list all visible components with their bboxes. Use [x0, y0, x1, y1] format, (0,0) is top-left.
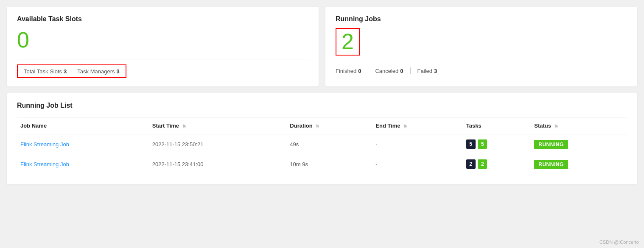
cell-duration: 10m 9s — [286, 154, 372, 174]
divider — [17, 59, 308, 59]
failed-label: Failed — [417, 68, 432, 74]
cell-job-name[interactable]: Flink Streaming Job — [17, 134, 149, 154]
table-header-row: Job Name Start Time ⇅ Duration ⇅ End Tim… — [17, 117, 627, 134]
cell-start-time: 2022-11-15 23:41:00 — [149, 154, 287, 174]
finished-label: Finished — [336, 68, 356, 74]
cell-status: RUNNING — [531, 154, 627, 174]
col-status[interactable]: Status ⇅ — [531, 117, 627, 134]
task-managers-label: Task Managers — [77, 68, 115, 75]
finished-value: 0 — [358, 68, 361, 74]
status-badge: RUNNING — [534, 140, 568, 149]
col-end-time[interactable]: End Time ⇅ — [372, 117, 462, 134]
failed-stat: Failed 3 — [417, 68, 437, 74]
canceled-label: Canceled — [375, 68, 398, 74]
cell-start-time: 2022-11-15 23:50:21 — [149, 134, 287, 154]
available-task-slots-number: 0 — [17, 28, 308, 52]
job-name-link[interactable]: Flink Streaming Job — [20, 141, 69, 148]
canceled-value: 0 — [400, 68, 403, 74]
cell-status: RUNNING — [531, 134, 627, 154]
cell-duration: 49s — [286, 134, 372, 154]
sort-status-icon: ⇅ — [554, 124, 558, 128]
canceled-stat: Canceled 0 — [375, 68, 403, 74]
running-jobs-card: Running Jobs 2 Finished 0 Canceled 0 Fai… — [325, 7, 637, 86]
stat-divider-1 — [368, 67, 368, 74]
table-row: Flink Streaming Job 2022-11-15 23:50:21 … — [17, 134, 627, 154]
tasks-green-badge: 2 — [478, 159, 487, 169]
cell-tasks: 2 2 — [463, 154, 531, 174]
running-job-list-card: Running Job List Job Name Start Time ⇅ D… — [7, 93, 637, 184]
watermark: CSDN @:Concerto — [599, 240, 639, 245]
running-jobs-number: 2 — [336, 28, 360, 56]
col-job-name: Job Name — [17, 117, 149, 134]
job-table: Job Name Start Time ⇅ Duration ⇅ End Tim… — [17, 117, 627, 174]
running-jobs-stats: Finished 0 Canceled 0 Failed 3 — [336, 67, 627, 74]
running-job-list-title: Running Job List — [17, 102, 627, 109]
available-task-slots-title: Available Task Slots — [17, 15, 308, 23]
cell-tasks: 5 5 — [463, 134, 531, 154]
total-task-slots-stat: Total Task Slots 3 — [24, 68, 67, 75]
sort-duration-icon: ⇅ — [316, 124, 319, 128]
task-slots-stats-box: Total Task Slots 3 Task Managers 3 — [17, 64, 126, 78]
col-tasks: Tasks — [463, 117, 531, 134]
available-task-slots-card: Available Task Slots 0 Total Task Slots … — [7, 7, 319, 86]
total-task-slots-value: 3 — [64, 68, 67, 75]
finished-stat: Finished 0 — [336, 68, 361, 74]
tasks-dark-badge: 5 — [466, 139, 476, 149]
failed-value: 3 — [434, 68, 437, 74]
task-managers-value: 3 — [116, 68, 119, 75]
sort-end-time-icon: ⇅ — [403, 124, 407, 128]
cell-job-name[interactable]: Flink Streaming Job — [17, 154, 149, 174]
table-row: Flink Streaming Job 2022-11-15 23:41:00 … — [17, 154, 627, 174]
stat-vertical-divider — [72, 68, 72, 75]
total-task-slots-label: Total Task Slots — [24, 68, 62, 75]
task-managers-stat: Task Managers 3 — [77, 68, 119, 75]
cell-end-time: - — [372, 154, 462, 174]
col-duration[interactable]: Duration ⇅ — [286, 117, 372, 134]
col-start-time[interactable]: Start Time ⇅ — [149, 117, 287, 134]
job-name-link[interactable]: Flink Streaming Job — [20, 161, 69, 167]
stat-divider-2 — [410, 67, 411, 74]
tasks-dark-badge: 2 — [466, 159, 476, 169]
running-jobs-title: Running Jobs — [336, 15, 627, 23]
status-badge: RUNNING — [534, 160, 568, 169]
tasks-green-badge: 5 — [478, 139, 487, 149]
sort-start-time-icon: ⇅ — [182, 124, 186, 128]
cell-end-time: - — [372, 134, 462, 154]
